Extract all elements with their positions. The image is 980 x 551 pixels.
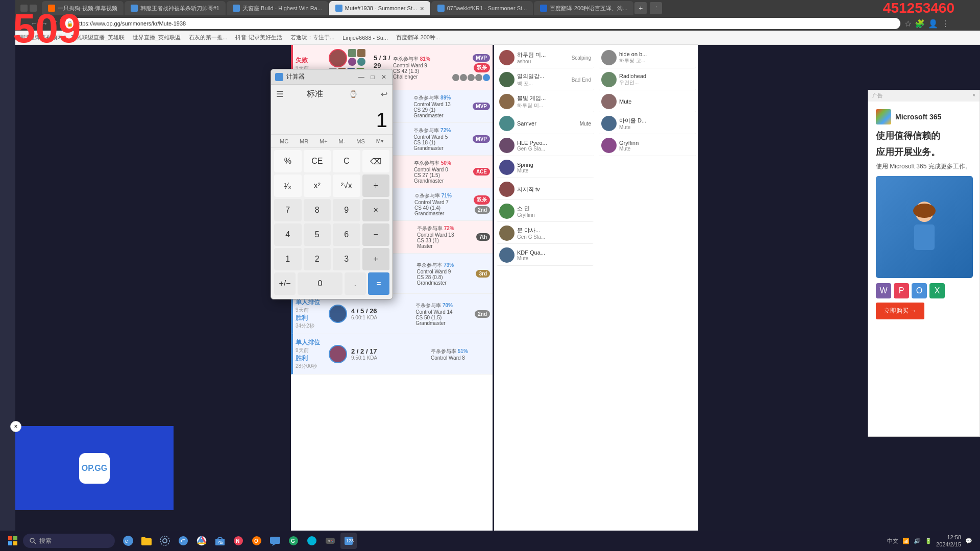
video-close-button[interactable]: × — [10, 421, 21, 432]
player-item[interactable]: KDF Qua... Mute — [497, 245, 594, 266]
player-item[interactable]: Mute — [599, 91, 696, 112]
player-item[interactable]: Samver Mute — [497, 113, 594, 134]
decimal-button[interactable]: . — [345, 272, 366, 295]
seven-button[interactable]: 7 — [274, 199, 302, 221]
player-item[interactable]: 소 민 Gryffinn — [497, 201, 594, 222]
taskbar-icon-chat[interactable] — [267, 533, 283, 549]
bookmark-lol2[interactable]: 世界直播_英雄联盟 — [131, 33, 183, 42]
taskbar-icon-ie[interactable]: e — [120, 533, 136, 549]
tab-list-button[interactable]: ⋮ — [650, 2, 662, 14]
hamburger-menu-icon[interactable]: ☰ — [276, 89, 283, 99]
taskbar-icon-game[interactable] — [322, 533, 338, 549]
tab-mute-active[interactable]: Mute#1938 - Summoner St... × — [329, 1, 430, 15]
profile-button[interactable]: 👤 — [928, 19, 938, 29]
address-bar[interactable]: 🔒 https://www.op.gg/summoners/kr/Mute-19… — [61, 18, 900, 29]
multiply-button[interactable]: × — [362, 199, 390, 221]
bookmark-ruoyi[interactable]: 若逸玩：专注于... — [288, 33, 336, 42]
player-item[interactable]: HLE Pyeo... Gen G Sla... — [497, 135, 594, 156]
menu-button[interactable]: ⋮ — [941, 19, 949, 29]
subtract-button[interactable]: − — [362, 223, 390, 246]
reciprocal-button[interactable]: ¹⁄ₓ — [274, 174, 302, 197]
three-button[interactable]: 3 — [333, 248, 360, 270]
close-button[interactable]: ✕ — [379, 72, 388, 82]
taskbar-icon-edge[interactable] — [175, 533, 191, 549]
backspace-button[interactable]: ⌫ — [362, 150, 390, 172]
bookmark-baidu[interactable]: 百度翻译-200种... — [394, 33, 442, 42]
svg-rect-12 — [141, 537, 145, 539]
taskbar-lang[interactable]: 中文 — [887, 537, 898, 545]
eight-button[interactable]: 8 — [304, 199, 331, 221]
player-item[interactable]: Radiohead 우건인... — [599, 69, 696, 90]
match-item[interactable]: 单人排位 9天前 胜利 28分00秒 2 / 2 / 17 9.50:1 KDA… — [291, 334, 493, 374]
history-icon[interactable]: ↩ — [381, 89, 387, 99]
memory-dropdown-button[interactable]: M▾ — [373, 137, 387, 145]
zero-button[interactable]: 0 — [298, 272, 342, 295]
equals-button[interactable]: = — [368, 272, 389, 295]
taskbar-icon-red[interactable]: N — [230, 533, 247, 549]
player-item[interactable]: Spring Mute — [497, 157, 594, 178]
taskbar-notifications-icon[interactable]: 💬 — [965, 538, 972, 544]
player-item[interactable]: 하루팀 미... ashou Scalping — [497, 47, 594, 68]
ad-cta-button[interactable]: 立即购买 → — [876, 303, 924, 319]
memory-recall-button[interactable]: MR — [297, 137, 311, 145]
video-thumbnail[interactable]: × OP.GG — [15, 426, 174, 510]
taskbar-sound-icon[interactable]: 🔊 — [914, 538, 921, 544]
corner-counter: 451253460 — [883, 0, 960, 16]
taskbar-search[interactable]: 搜索 — [23, 534, 115, 548]
taskbar-icon-store[interactable]: 🛍 — [212, 533, 228, 549]
add-button[interactable]: + — [362, 248, 390, 270]
memory-plus-button[interactable]: M+ — [316, 137, 331, 145]
player-item[interactable]: 지지직 tv — [497, 179, 594, 200]
memory-clear-button[interactable]: MC — [277, 137, 291, 145]
clear-button[interactable]: C — [333, 150, 360, 172]
taskbar-icon-settings[interactable] — [157, 533, 173, 549]
taskbar-battery-icon[interactable]: 🔋 — [925, 538, 932, 544]
player-item[interactable]: 아이올 D... Mute — [599, 113, 696, 134]
player-item[interactable]: 열의일감... 백 포... Bad End — [497, 69, 594, 90]
nine-button[interactable]: 9 — [333, 199, 360, 221]
ad-close[interactable]: × — [972, 92, 975, 99]
divide-button[interactable]: ÷ — [362, 174, 390, 197]
tab-close-active[interactable]: × — [420, 5, 424, 12]
percent-button[interactable]: % — [274, 150, 302, 172]
taskbar-icon-teal[interactable] — [304, 533, 320, 549]
taskbar-icon-calculator[interactable]: 123 — [340, 533, 357, 549]
four-button[interactable]: 4 — [274, 223, 302, 246]
minimize-button[interactable]: — — [357, 72, 366, 82]
rune-icon — [357, 58, 365, 66]
taskbar-icon-folder[interactable] — [138, 533, 155, 549]
taskbar-clock[interactable]: 12:58 2024/2/15 — [936, 534, 961, 548]
match-item[interactable]: 单人排位 9天前 胜利 34分2秒 4 / 5 / 26 6.00:1 KDA … — [291, 294, 493, 334]
svg-point-26 — [307, 536, 316, 545]
taskbar-icon-green[interactable]: G — [285, 533, 302, 549]
memory-minus-button[interactable]: M- — [336, 137, 349, 145]
six-button[interactable]: 6 — [333, 223, 360, 246]
taskbar-network-icon[interactable]: 📶 — [902, 538, 910, 544]
taskbar-icon-chrome[interactable] — [193, 533, 210, 549]
sqrt-button[interactable]: ²√x — [333, 174, 360, 197]
tab-translate[interactable]: 百度翻译-200种语言互译、沟... — [534, 1, 633, 15]
clear-entry-button[interactable]: CE — [304, 150, 331, 172]
start-button[interactable] — [3, 531, 23, 551]
memory-store-button[interactable]: MS — [353, 137, 368, 145]
player-item[interactable]: 문 야사... Gen G Sla... — [497, 223, 594, 244]
tab-kr1[interactable]: 韩服王者战神被单杀斩刀帅哥#1 — [125, 1, 226, 15]
player-item[interactable]: Gryffinn Mute — [599, 135, 696, 156]
five-button[interactable]: 5 — [304, 223, 331, 246]
player-item[interactable]: 볼빛 게임... 하루팀 미... — [497, 91, 594, 112]
square-button[interactable]: x² — [304, 174, 331, 197]
extensions-button[interactable]: 🧩 — [915, 19, 925, 29]
player-item[interactable]: hide on b... 하루팡 고... — [599, 47, 696, 68]
negate-button[interactable]: +/− — [274, 272, 296, 295]
bookmark-star[interactable]: ☆ — [904, 19, 912, 29]
new-tab-button[interactable]: + — [634, 2, 647, 14]
two-button[interactable]: 2 — [304, 248, 331, 270]
taskbar-icon-orange[interactable]: O — [249, 533, 265, 549]
maximize-button[interactable]: □ — [368, 72, 377, 82]
tab-build[interactable]: 天窗座 Build - Highest Win Ra... — [227, 1, 328, 15]
one-button[interactable]: 1 — [274, 248, 302, 270]
bookmark-shijie[interactable]: 石灰的第一推... — [187, 33, 229, 42]
bookmark-douyin[interactable]: 抖音-记录美好生活 — [233, 33, 284, 42]
bookmark-linjie[interactable]: Linjie#6688 - Su... — [340, 34, 390, 42]
tab-baekk[interactable]: 07Baekk#KR1 - Summoner St... — [431, 1, 533, 15]
